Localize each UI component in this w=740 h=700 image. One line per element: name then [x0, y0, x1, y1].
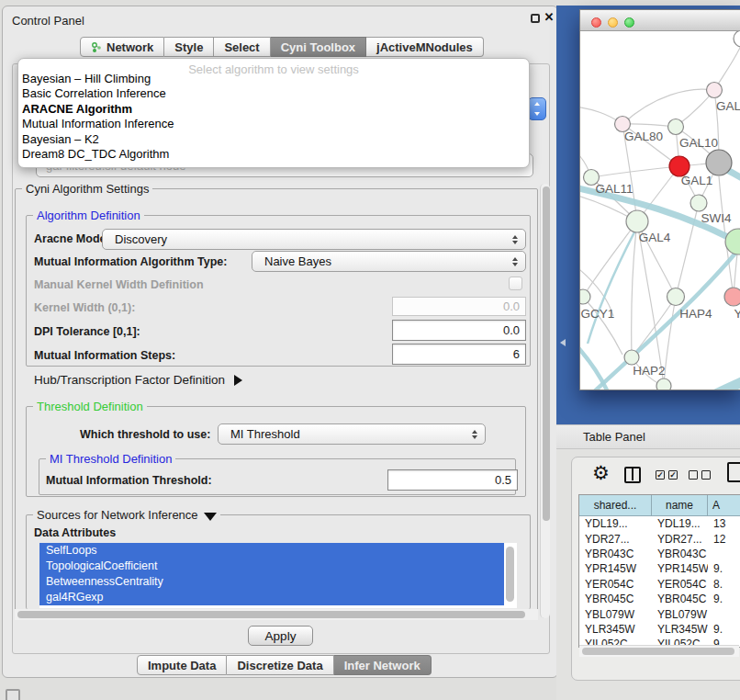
node-label: GAL80 [624, 130, 663, 143]
network-node[interactable] [624, 350, 639, 365]
mi-steps-field[interactable]: 6 [392, 344, 526, 365]
column-header[interactable]: name [652, 495, 708, 516]
algorithm-option[interactable]: Basic Correlation Inference [22, 86, 166, 101]
column-header[interactable]: shared... [579, 495, 652, 516]
data-attributes-label: Data Attributes [34, 526, 116, 539]
settings-vscrollbar-track[interactable] [540, 184, 550, 618]
table-row[interactable]: YBR045CYBR045C9. [579, 592, 740, 606]
tab-strip: NetworkStyleSelectCyni ToolboxjActiveMNo… [80, 37, 484, 57]
apply-button[interactable]: Apply [248, 626, 313, 646]
network-edge[interactable] [583, 297, 622, 355]
attribute-item[interactable]: SelfLoops [39, 543, 504, 559]
network-node[interactable] [668, 119, 684, 135]
dpi-tolerance-field[interactable]: 0.0 [392, 320, 526, 341]
network-node[interactable] [707, 83, 723, 98]
table-cell: YBL079W [579, 606, 652, 621]
network-node[interactable] [706, 150, 732, 175]
close-icon[interactable]: ✕ [543, 10, 555, 24]
network-canvas[interactable]: GALGAL80GAL10GAL1GAL11SWI4GAL4GCY1HAP4YH… [580, 31, 740, 390]
checkbox-unchecked-icon[interactable] [701, 470, 711, 480]
table-row[interactable]: YBL079WYBL079W [579, 606, 740, 621]
checkbox-checked-icon[interactable]: ✓ [656, 470, 665, 480]
network-node[interactable] [667, 288, 685, 306]
network-node[interactable] [626, 210, 648, 232]
tab-style[interactable]: Style [164, 37, 214, 57]
tab-jactivemnodules[interactable]: jActiveMNodules [366, 37, 484, 57]
settings-hscrollbar-track[interactable] [15, 609, 538, 620]
mi-threshold-field[interactable]: 0.5 [387, 469, 518, 491]
network-window-titlebar[interactable] [580, 10, 740, 31]
checkbox-unchecked-icon[interactable] [689, 470, 698, 480]
manual-kernel-checkbox[interactable] [509, 277, 522, 290]
hub-definition-toggle[interactable]: Hub/Transcription Factor Definition [34, 373, 242, 387]
network-node[interactable] [656, 378, 671, 390]
dpi-tolerance-label: DPI Tolerance [0,1]: [34, 325, 140, 338]
list-scrollbar[interactable] [506, 547, 514, 602]
checkbox-checked-icon[interactable]: ✓ [668, 470, 678, 480]
table-cell: YBR043C [652, 547, 708, 561]
tab-impute-data[interactable]: Impute Data [137, 655, 227, 675]
which-threshold-combo[interactable]: MI Threshold [218, 423, 486, 445]
algorithm-combo-stepper[interactable] [528, 97, 546, 120]
float-window-icon[interactable] [531, 14, 540, 23]
aracne-mode-combo[interactable]: Discovery [102, 229, 526, 250]
network-edge-highlighted[interactable] [704, 374, 740, 390]
stepper-icon [512, 257, 519, 266]
algorithm-option[interactable]: Bayesian – Hill Climbing [22, 72, 151, 86]
network-edge[interactable] [664, 297, 676, 386]
table-row[interactable]: YBR043CYBR043C [579, 547, 740, 561]
tab-select[interactable]: Select [214, 37, 270, 57]
table-cell: YER054C [652, 577, 708, 592]
gear-icon[interactable]: ⚙ [592, 463, 610, 482]
table-row[interactable]: YER054CYER054C8. [579, 577, 740, 592]
node-label: HAP2 [633, 364, 665, 378]
table-hscrollbar[interactable] [582, 648, 734, 655]
network-node[interactable] [734, 31, 740, 47]
bottom-tab-strip: Impute DataDiscretize DataInfer Network [137, 655, 432, 675]
control-panel-window: Control Panel ✕ NetworkStyleSelectCyni T… [2, 6, 558, 678]
node-table[interactable]: shared...nameAYDL19...YDL19...13YDR27...… [578, 494, 740, 648]
minimized-window-icon[interactable] [6, 689, 20, 700]
node-label: GAL4 [639, 231, 671, 244]
tab-discretize-data[interactable]: Discretize Data [227, 655, 333, 675]
table-row[interactable]: YDR27...YDR27...12 [579, 531, 740, 546]
attribute-item[interactable]: BetweennessCentrality [39, 574, 504, 590]
expand-arrow-icon [234, 375, 242, 386]
algorithm-option[interactable]: ARACNE Algorithm [22, 102, 132, 117]
tab-infer-network[interactable]: Infer Network [334, 655, 432, 675]
columns-icon[interactable] [624, 467, 641, 483]
tab-network[interactable]: Network [80, 37, 164, 57]
algorithm-option[interactable]: Mutual Information Inference [22, 117, 174, 131]
column-header[interactable]: A [708, 495, 740, 516]
zoom-traffic-light-icon[interactable] [624, 17, 634, 28]
attribute-item[interactable]: TopologicalCoefficient [39, 559, 504, 574]
network-edge[interactable] [591, 166, 679, 177]
network-node[interactable] [724, 288, 740, 306]
minimize-traffic-light-icon[interactable] [608, 17, 618, 28]
settings-hscrollbar[interactable] [17, 611, 525, 618]
network-node[interactable] [580, 289, 590, 304]
network-edge[interactable] [632, 221, 637, 357]
kernel-width-field[interactable]: 0.0 [392, 297, 526, 316]
network-edge[interactable] [637, 221, 664, 386]
splitter-collapse-icon[interactable] [560, 339, 566, 346]
table-cell: YBR045C [652, 592, 708, 606]
document-icon[interactable] [727, 462, 740, 482]
table-cell [708, 547, 740, 561]
mi-threshold-value: 0.5 [495, 473, 511, 487]
network-view-window[interactable]: GALGAL80GAL10GAL1GAL11SWI4GAL4GCY1HAP4YH… [579, 9, 740, 390]
algorithm-option[interactable]: Bayesian – K2 [22, 132, 99, 147]
node-label: GAL [716, 99, 740, 113]
attribute-item[interactable]: gal4RGexp [39, 590, 504, 605]
mi-type-combo[interactable]: Naive Bayes [252, 251, 526, 272]
network-edge[interactable] [622, 89, 714, 124]
settings-vscrollbar[interactable] [543, 186, 550, 521]
table-row[interactable]: YDL19...YDL19...13 [579, 516, 740, 531]
table-row[interactable]: YPR145WYPR145W9. [579, 561, 740, 576]
table-row[interactable]: YLR345WYLR345W9. [579, 622, 740, 637]
tab-cyni-toolbox[interactable]: Cyni Toolbox [271, 37, 366, 57]
network-node[interactable] [690, 195, 707, 211]
close-traffic-light-icon[interactable] [591, 17, 601, 28]
node-label: GAL10 [679, 136, 718, 150]
algorithm-option[interactable]: Dream8 DC_TDC Algorithm [22, 147, 169, 162]
